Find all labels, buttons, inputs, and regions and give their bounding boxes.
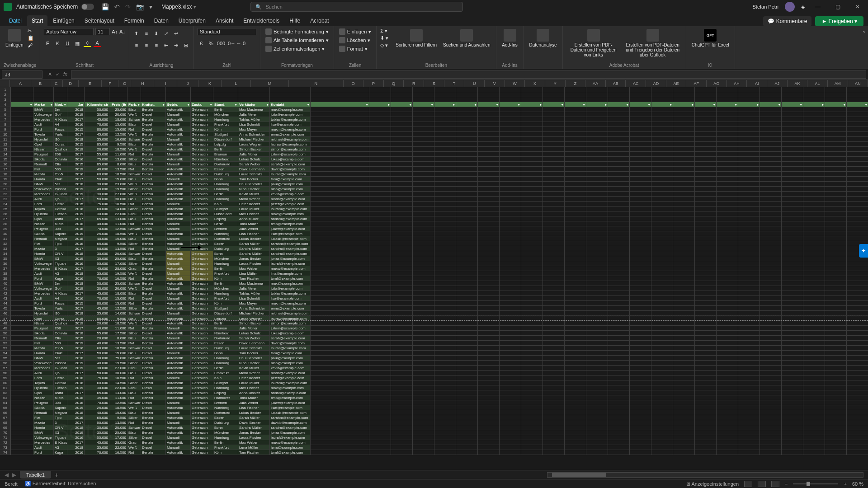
cell[interactable]	[543, 206, 565, 211]
cell[interactable]	[782, 450, 803, 455]
cell[interactable]	[543, 127, 565, 132]
cell[interactable]	[673, 256, 695, 261]
cell[interactable]	[847, 286, 868, 291]
cell[interactable]	[825, 241, 847, 246]
cell[interactable]: Automatik	[166, 450, 191, 455]
cell[interactable]	[651, 326, 673, 331]
cell[interactable]	[413, 321, 434, 326]
cell[interactable]: Diesel	[141, 301, 166, 306]
cell[interactable]	[717, 122, 738, 127]
cell[interactable]	[760, 226, 782, 231]
cell[interactable]	[500, 231, 521, 236]
cell[interactable]	[311, 107, 369, 112]
cell[interactable]	[543, 182, 565, 187]
cell[interactable]	[500, 306, 521, 311]
cell[interactable]	[434, 375, 456, 380]
cell[interactable]: Hamburg	[213, 385, 238, 390]
format-cells-button[interactable]: Format ▾	[338, 45, 373, 52]
cell[interactable]	[673, 216, 695, 221]
cell[interactable]	[608, 321, 630, 326]
cell[interactable]: Automatik	[166, 425, 191, 430]
cell[interactable]	[673, 92, 695, 97]
cell[interactable]	[434, 410, 456, 415]
cell[interactable]	[717, 261, 738, 266]
cell[interactable]	[825, 102, 847, 107]
cell[interactable]	[630, 127, 651, 132]
cell[interactable]	[565, 351, 586, 356]
cell[interactable]	[456, 211, 478, 216]
cell[interactable]	[391, 425, 413, 430]
cell[interactable]	[521, 102, 543, 107]
cell[interactable]: Blau	[127, 336, 141, 341]
cell[interactable]	[608, 102, 630, 107]
row-header[interactable]: 29	[0, 226, 11, 231]
cell[interactable]: Gebrauch	[191, 236, 213, 241]
cell[interactable]	[608, 420, 630, 425]
cell[interactable]	[565, 445, 586, 450]
cell[interactable]	[803, 375, 825, 380]
cell[interactable]	[311, 380, 369, 385]
cell[interactable]	[456, 92, 478, 97]
cell[interactable]	[391, 316, 413, 320]
cell[interactable]	[391, 341, 413, 346]
cell[interactable]: Fiat	[33, 241, 54, 246]
cell[interactable]: Nürnberg	[213, 331, 238, 336]
cell[interactable]	[478, 276, 500, 281]
cell[interactable]	[109, 87, 127, 92]
cell[interactable]	[478, 356, 500, 361]
cell[interactable]: 2015	[67, 162, 85, 167]
cell[interactable]	[391, 356, 413, 361]
cell[interactable]: Blau	[127, 351, 141, 356]
cell[interactable]: Diesel	[141, 311, 166, 316]
cell[interactable]: Benzin	[141, 356, 166, 361]
cell[interactable]	[369, 216, 391, 221]
cell[interactable]: Automatik	[166, 341, 191, 346]
cell[interactable]: Honda	[33, 177, 54, 182]
row-header[interactable]: 55	[0, 356, 11, 361]
cell[interactable]	[825, 266, 847, 271]
cell[interactable]	[11, 231, 33, 236]
cell[interactable]: 70.000	[85, 400, 109, 405]
dropbox-badge-icon[interactable]	[859, 244, 868, 258]
cell[interactable]: Diesel	[141, 331, 166, 336]
row-header[interactable]: 34	[0, 251, 11, 256]
cell[interactable]: 13.000	[109, 157, 127, 162]
cell[interactable]	[695, 415, 717, 420]
cell[interactable]	[630, 112, 651, 117]
cell[interactable]	[413, 425, 434, 430]
cell[interactable]	[11, 375, 33, 380]
cell[interactable]	[738, 187, 760, 192]
cell[interactable]	[391, 440, 413, 445]
cell[interactable]	[803, 405, 825, 410]
cell[interactable]	[565, 122, 586, 127]
cell[interactable]	[738, 281, 760, 286]
cell[interactable]: Automatik	[166, 231, 191, 236]
cell[interactable]: Max Fischer	[238, 211, 270, 216]
cell[interactable]	[413, 216, 434, 221]
cell[interactable]	[413, 361, 434, 366]
cell[interactable]	[630, 385, 651, 390]
cell[interactable]	[847, 390, 868, 395]
cell[interactable]	[311, 336, 369, 341]
cell[interactable]	[803, 172, 825, 177]
row-header[interactable]: 51	[0, 336, 11, 341]
cell[interactable]	[478, 435, 500, 440]
cell[interactable]	[586, 380, 608, 385]
cell[interactable]	[311, 226, 369, 231]
cell[interactable]	[434, 206, 456, 211]
cell[interactable]	[456, 202, 478, 206]
cell[interactable]	[565, 221, 586, 226]
row-header[interactable]: 69	[0, 425, 11, 430]
cell[interactable]: Marke	[33, 102, 54, 107]
cell[interactable]: Sandra Müller	[238, 251, 270, 256]
cell[interactable]: X3	[54, 256, 67, 261]
cell[interactable]	[565, 306, 586, 311]
cell[interactable]	[760, 405, 782, 410]
cell[interactable]	[478, 405, 500, 410]
cell[interactable]: Getrie.	[166, 102, 191, 107]
cell[interactable]	[311, 167, 369, 172]
cell[interactable]: lauras@example.com	[270, 346, 311, 351]
cell[interactable]: Manuell	[166, 311, 191, 316]
row-header[interactable]: 50	[0, 331, 11, 336]
cell[interactable]	[369, 450, 391, 455]
